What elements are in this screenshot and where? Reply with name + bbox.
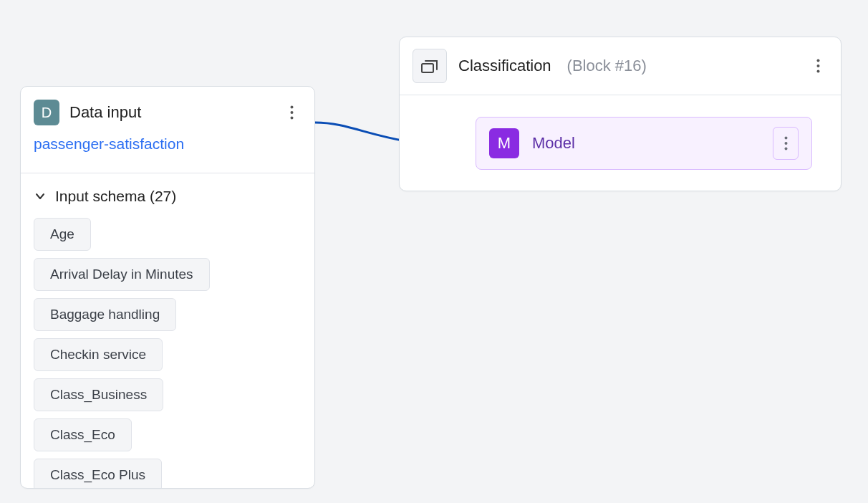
schema-field-chip[interactable]: Baggage handling: [34, 298, 176, 331]
data-input-badge: D: [34, 100, 59, 125]
data-input-block[interactable]: D Data input passenger-satisfaction: [20, 86, 315, 489]
classification-block-number: (Block #16): [567, 57, 647, 75]
svg-point-1: [290, 111, 293, 114]
schema-field-chip[interactable]: Class_Business: [34, 378, 163, 411]
input-schema-label: Input schema (27): [55, 188, 176, 205]
kebab-icon: [290, 105, 294, 120]
classification-title: Classification: [458, 57, 551, 75]
model-badge: M: [489, 128, 519, 158]
block-group-icon: [413, 49, 447, 83]
schema-field-chip[interactable]: Arrival Delay in Minutes: [34, 258, 210, 291]
svg-rect-3: [422, 64, 433, 72]
input-schema-field-list: AgeArrival Delay in MinutesBaggage handl…: [34, 218, 302, 488]
svg-point-0: [290, 106, 293, 109]
data-input-header: D Data input passenger-satisfaction: [21, 87, 314, 158]
svg-point-6: [816, 70, 819, 73]
dataset-link[interactable]: passenger-satisfaction: [34, 135, 302, 153]
pipeline-canvas: D Data input passenger-satisfaction: [0, 0, 868, 503]
model-node[interactable]: M Model: [476, 117, 812, 170]
kebab-icon: [816, 59, 820, 73]
svg-point-2: [290, 117, 293, 120]
input-schema-toggle[interactable]: Input schema (27): [34, 188, 302, 205]
classification-menu-button[interactable]: [808, 56, 828, 76]
model-menu-button[interactable]: [773, 127, 799, 160]
svg-point-8: [784, 142, 787, 145]
schema-field-chip[interactable]: Class_Eco Plus: [34, 459, 162, 488]
classification-body: M Model: [400, 95, 841, 191]
input-schema-section: Input schema (27) AgeArrival Delay in Mi…: [21, 173, 314, 488]
data-input-title: Data input: [69, 103, 271, 122]
svg-point-4: [816, 59, 819, 62]
model-label: Model: [532, 134, 760, 153]
classification-header: Classification (Block #16): [400, 37, 841, 95]
svg-point-5: [816, 64, 819, 67]
schema-field-chip[interactable]: Class_Eco: [34, 418, 132, 451]
kebab-icon: [784, 136, 788, 150]
chevron-down-icon: [34, 190, 47, 203]
schema-field-chip[interactable]: Age: [34, 218, 91, 251]
stacked-windows-icon: [421, 58, 438, 74]
svg-point-9: [784, 147, 787, 150]
classification-block[interactable]: Classification (Block #16) M Model: [399, 37, 842, 191]
schema-field-chip[interactable]: Checkin service: [34, 338, 163, 371]
data-input-menu-button[interactable]: [281, 102, 302, 123]
svg-point-7: [784, 136, 787, 139]
